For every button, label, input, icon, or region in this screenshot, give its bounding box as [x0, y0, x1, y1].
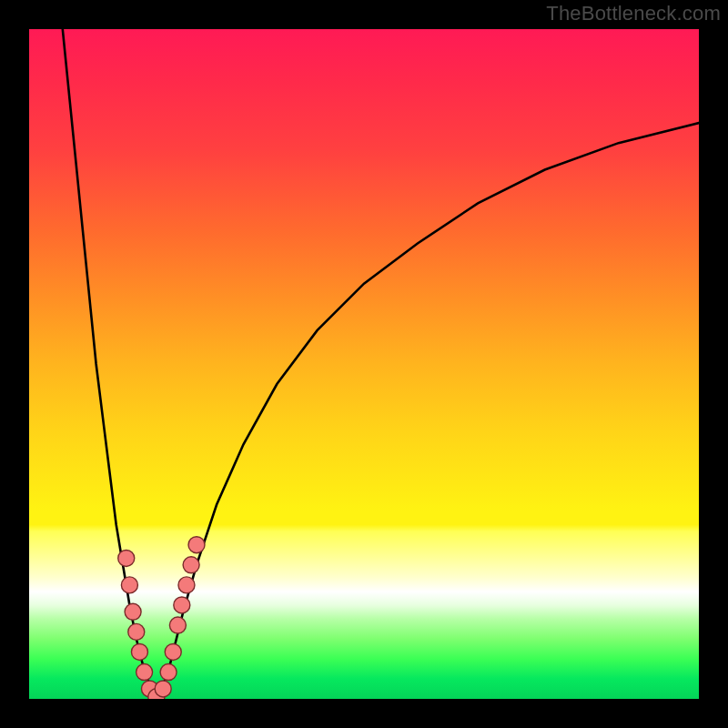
data-marker: [160, 664, 177, 681]
curve-right-branch: [157, 123, 699, 699]
data-marker: [125, 603, 141, 620]
data-marker: [165, 643, 181, 660]
data-marker: [155, 681, 171, 697]
data-marker: [136, 664, 153, 681]
chart-frame: TheBottleneck.com: [0, 0, 728, 728]
data-marker: [169, 617, 186, 633]
data-marker: [118, 550, 135, 566]
curve-layer: [29, 29, 699, 699]
data-marker: [128, 623, 145, 640]
data-marker: [174, 597, 190, 613]
watermark-text: TheBottleneck.com: [546, 2, 721, 25]
curve-left-branch: [63, 29, 157, 699]
data-marker: [131, 643, 147, 660]
plot-area: [29, 29, 699, 699]
data-marker: [183, 557, 199, 573]
data-marker: [188, 537, 205, 553]
data-marker: [121, 577, 137, 593]
data-marker: [178, 577, 195, 593]
